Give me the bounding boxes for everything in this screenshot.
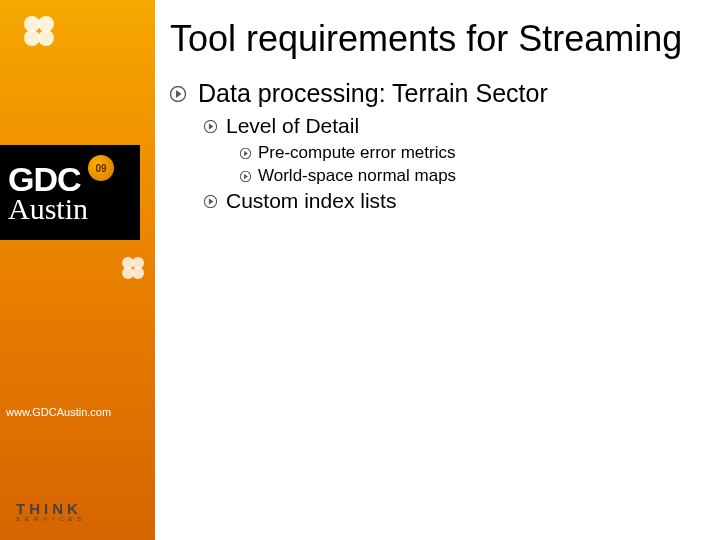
list-item-text: Data processing: Terrain Sector [198, 79, 548, 108]
sidebar: GDC Austin 09 www.GDCAustin.com THINK SE… [0, 0, 155, 540]
gdc-logo-text: GDC [8, 162, 81, 196]
slide-title: Tool requirements for Streaming [170, 18, 710, 59]
bullet-icon [204, 195, 217, 208]
slide-content: Tool requirements for Streaming Data pro… [170, 18, 710, 218]
list-item-text: Level of Detail [226, 114, 359, 138]
clover-icon-small [118, 253, 148, 287]
clover-icon [18, 10, 60, 56]
list-item-text: Pre-compute error metrics [258, 143, 455, 163]
bullet-icon [240, 148, 251, 159]
url-text: www.GDCAustin.com [6, 406, 111, 418]
year-badge: 09 [88, 155, 114, 181]
gdc-logo-block: GDC Austin [0, 145, 140, 240]
bullet-icon [170, 86, 186, 102]
list-item: Level of Detail [204, 114, 710, 138]
list-item: World-space normal maps [240, 166, 710, 186]
think-logo-main: THINK [16, 500, 86, 517]
svg-point-1 [38, 16, 54, 32]
think-logo-sub: SERVICES [16, 516, 86, 522]
list-item: Pre-compute error metrics [240, 143, 710, 163]
bullet-icon [240, 171, 251, 182]
svg-point-3 [38, 30, 54, 46]
svg-point-0 [24, 16, 40, 32]
list-item: Data processing: Terrain Sector [170, 79, 710, 108]
austin-text: Austin [8, 194, 88, 224]
think-logo: THINK SERVICES [16, 500, 86, 522]
list-item: Custom index lists [204, 189, 710, 213]
svg-point-2 [24, 30, 40, 46]
svg-point-7 [132, 267, 144, 279]
bullet-icon [204, 120, 217, 133]
list-item-text: Custom index lists [226, 189, 396, 213]
list-item-text: World-space normal maps [258, 166, 456, 186]
